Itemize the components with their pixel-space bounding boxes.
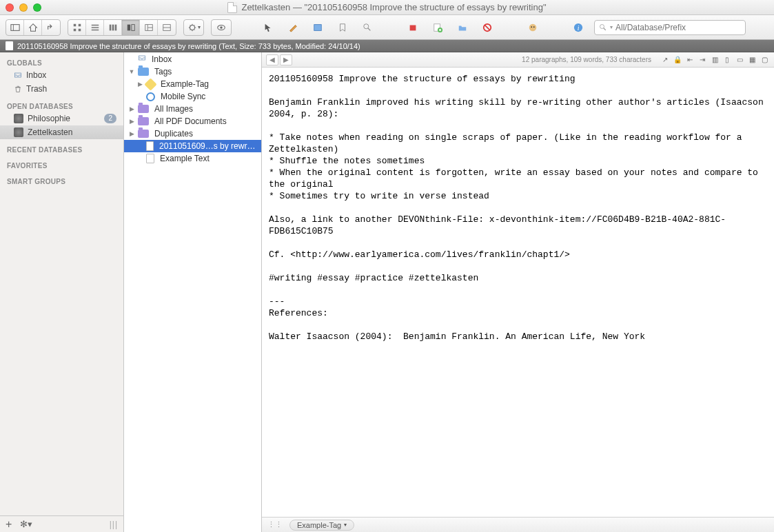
sidebar-item-inbox[interactable]: Inbox: [0, 68, 123, 82]
disclosure-arrow-icon[interactable]: ▶: [128, 118, 135, 125]
view-tags[interactable]: [158, 20, 176, 35]
tree-item-label: All Images: [154, 104, 193, 114]
tree-item[interactable]: 2011051609…s by rewriting: [124, 140, 261, 152]
tree-item[interactable]: ▶Example-Tag: [124, 78, 261, 90]
window-title-text: Zettelkasten — "201105160958 Improve the…: [241, 2, 546, 12]
document-icon: [146, 141, 154, 151]
magnifier-icon: [599, 23, 607, 32]
clipboard-icon[interactable]: ▭: [734, 55, 745, 65]
width-left-icon[interactable]: ⇤: [684, 55, 695, 65]
tree-item-label: Inbox: [152, 54, 172, 64]
tool-cursor-icon[interactable]: [259, 20, 277, 35]
svg-rect-22: [314, 24, 322, 30]
svg-rect-11: [114, 24, 116, 30]
tree-item-label: Tags: [154, 67, 172, 76]
sidebar-item-db-zettelkasten[interactable]: Zettelkasten: [0, 125, 123, 139]
minimize-button[interactable]: [19, 3, 28, 12]
view-list[interactable]: [86, 20, 104, 35]
svg-text:i: i: [578, 23, 580, 31]
svg-point-35: [600, 24, 604, 28]
search-input[interactable]: [615, 23, 741, 32]
lock-icon[interactable]: 🔒: [672, 55, 683, 65]
svg-line-29: [485, 25, 490, 30]
up-button[interactable]: [42, 20, 60, 35]
svg-point-30: [529, 23, 537, 31]
home-button[interactable]: [24, 20, 42, 35]
zoom-button[interactable]: [33, 3, 41, 12]
database-icon: [14, 127, 23, 137]
svg-rect-5: [78, 28, 81, 31]
tool-red-box-icon[interactable]: [404, 20, 422, 35]
tool-face-icon[interactable]: [524, 20, 542, 35]
fullscreen-icon[interactable]: ▢: [759, 55, 770, 65]
tree-item[interactable]: ▼Tags: [124, 65, 261, 78]
tag-bar[interactable]: ⋮⋮ Example-Tag ▾: [262, 517, 774, 532]
sidebar-item-db-philosophie[interactable]: Philosophie 2: [0, 112, 123, 125]
tree-item[interactable]: ▶Duplicates: [124, 127, 261, 140]
svg-rect-10: [112, 24, 114, 30]
tool-add-text-icon[interactable]: [429, 20, 447, 35]
tag-handle-icon[interactable]: ⋮⋮: [267, 520, 283, 529]
window-controls: [6, 3, 41, 12]
page-icon[interactable]: ▯: [722, 55, 733, 65]
disclosure-arrow-icon[interactable]: ▶: [136, 81, 143, 88]
tree-item[interactable]: ▶All Images: [124, 103, 261, 115]
tool-prohibit-icon[interactable]: [478, 20, 496, 35]
tag-pill[interactable]: Example-Tag ▾: [289, 520, 354, 531]
share-icon[interactable]: ↗: [660, 55, 671, 65]
tool-folder-icon[interactable]: [454, 20, 471, 35]
tool-search-icon[interactable]: [358, 20, 376, 35]
content-toolbar: ◀ ▶ 12 paragraphs, 109 words, 733 charac…: [262, 52, 774, 68]
tag-icon: [144, 78, 156, 90]
sidebar-item-trash[interactable]: Trash: [0, 82, 123, 96]
chevron-down-icon[interactable]: ▾: [610, 24, 613, 30]
disclosure-arrow-icon[interactable]: ▼: [128, 68, 135, 75]
view-split[interactable]: [122, 20, 140, 35]
width-right-icon[interactable]: ⇥: [697, 55, 708, 65]
smart-groups-header: SMART GROUPS: [0, 175, 123, 187]
tool-bookmark-icon[interactable]: [334, 20, 352, 35]
info-button[interactable]: i: [569, 20, 587, 35]
globals-header: GLOBALS: [0, 57, 123, 68]
chevron-down-icon[interactable]: ▾: [344, 522, 347, 528]
action-menu[interactable]: ▾: [183, 19, 204, 36]
tree-item[interactable]: Inbox: [124, 52, 261, 65]
svg-point-31: [531, 26, 532, 28]
view-icons[interactable]: [68, 20, 86, 35]
disclosure-arrow-icon[interactable]: ▶: [128, 130, 135, 137]
svg-line-24: [368, 28, 371, 30]
svg-rect-12: [127, 24, 130, 30]
resize-grip-icon[interactable]: |||: [110, 520, 118, 529]
tree-item[interactable]: Mobile Sync: [124, 90, 261, 103]
tree-item[interactable]: ▶All PDF Documents: [124, 115, 261, 127]
add-button[interactable]: +: [6, 518, 12, 531]
path-text: 201105160958 Improve the structure of es…: [17, 42, 360, 50]
view-columns[interactable]: [104, 20, 122, 35]
view-three-pane[interactable]: [140, 20, 158, 35]
document-icon: [227, 2, 237, 13]
disclosure-arrow-icon[interactable]: ▶: [128, 105, 135, 112]
back-button[interactable]: ◀: [266, 54, 278, 65]
sidebar-item-label: Philosophie: [28, 114, 70, 123]
database-icon: [14, 114, 23, 123]
tool-note-icon[interactable]: [309, 20, 327, 35]
svg-rect-2: [73, 23, 76, 26]
search-field[interactable]: ▾: [594, 20, 746, 35]
action-button[interactable]: ✻▾: [20, 519, 32, 529]
forward-button[interactable]: ▶: [280, 54, 292, 65]
columns-icon[interactable]: ▥: [709, 55, 720, 65]
sync-icon: [146, 92, 155, 101]
open-databases-header: OPEN DATABASES: [0, 100, 123, 112]
sidebar-toggle[interactable]: [6, 20, 24, 35]
sidebar-item-label: Zettelkasten: [28, 127, 72, 137]
tool-highlight-icon[interactable]: [284, 20, 302, 35]
toolbar: ▾ i ▾: [0, 15, 774, 40]
text-editor[interactable]: 201105160958 Improve the structure of es…: [262, 68, 774, 517]
count-badge: 2: [104, 114, 116, 123]
layout-icon[interactable]: ▦: [746, 55, 757, 65]
quicklook-button[interactable]: [211, 19, 232, 36]
svg-rect-25: [410, 25, 416, 30]
titlebar: Zettelkasten — "201105160958 Improve the…: [0, 0, 774, 15]
tree-item[interactable]: Example Text: [124, 152, 261, 165]
close-button[interactable]: [6, 3, 14, 12]
